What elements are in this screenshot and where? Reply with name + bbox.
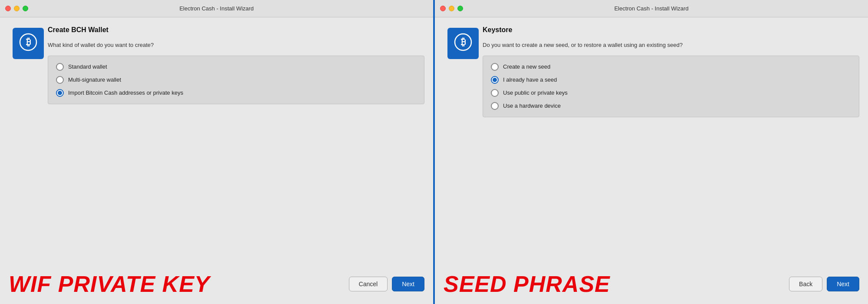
left-window-body: ₿ Create BCH Wallet What kind of wallet …	[0, 17, 433, 268]
left-content-description: What kind of wallet do you want to creat…	[48, 41, 424, 50]
left-traffic-lights	[5, 6, 28, 11]
right-bottom-bar: SEED PHRASE Back Next	[435, 268, 868, 304]
left-bitcoin-symbol: ₿	[19, 33, 37, 54]
left-option-standard[interactable]: Standard wallet	[56, 63, 416, 71]
right-titlebar: Electron Cash - Install Wizard	[435, 0, 868, 17]
left-options-box: Standard wallet Multi-signature wallet I…	[48, 56, 424, 104]
right-options-box: Create a new seed I already have a seed …	[483, 56, 859, 117]
right-option-new-seed[interactable]: Create a new seed	[491, 63, 851, 71]
right-option-hardware-label: Use a hardware device	[503, 102, 561, 109]
left-close-button[interactable]	[5, 6, 11, 11]
right-option-hardware[interactable]: Use a hardware device	[491, 102, 851, 110]
svg-text:₿: ₿	[461, 36, 466, 47]
right-radio-pub-priv[interactable]	[491, 89, 499, 97]
right-close-button[interactable]	[440, 6, 446, 11]
left-maximize-button[interactable]	[23, 6, 28, 11]
left-radio-import[interactable]	[56, 89, 64, 97]
right-bitcoin-symbol: ₿	[454, 33, 472, 54]
right-radio-hardware[interactable]	[491, 102, 499, 110]
left-logo-icon: ₿	[13, 28, 44, 59]
left-logo-area: ₿	[9, 26, 48, 259]
left-content-title: Create BCH Wallet	[48, 26, 424, 34]
right-window-body: ₿ Keystore Do you want to create a new s…	[435, 17, 868, 268]
left-option-multisig[interactable]: Multi-signature wallet	[56, 76, 416, 84]
left-radio-multisig[interactable]	[56, 76, 64, 84]
right-back-button[interactable]: Back	[789, 277, 822, 291]
left-radio-standard[interactable]	[56, 63, 64, 71]
left-titlebar-text: Electron Cash - Install Wizard	[179, 5, 253, 12]
right-content-description: Do you want to create a new seed, or to …	[483, 41, 859, 50]
left-bottom-bar: WIF PRIVATE KEY Cancel Next	[0, 268, 433, 304]
right-minimize-button[interactable]	[449, 6, 454, 11]
right-titlebar-text: Electron Cash - Install Wizard	[614, 5, 688, 12]
right-content-area: Keystore Do you want to create a new see…	[483, 26, 859, 259]
right-radio-have-seed[interactable]	[491, 76, 499, 84]
svg-text:₿: ₿	[26, 36, 31, 47]
left-panel: Electron Cash - Install Wizard ₿ Create …	[0, 0, 433, 304]
right-logo-area: ₿	[444, 26, 483, 259]
right-logo-icon: ₿	[447, 28, 479, 59]
left-titlebar: Electron Cash - Install Wizard	[0, 0, 433, 17]
left-option-import[interactable]: Import Bitcoin Cash addresses or private…	[56, 89, 416, 97]
left-option-standard-label: Standard wallet	[68, 63, 107, 70]
left-option-import-label: Import Bitcoin Cash addresses or private…	[68, 89, 183, 96]
left-next-button[interactable]: Next	[392, 277, 424, 291]
right-option-pub-priv-label: Use public or private keys	[503, 89, 568, 96]
left-content-area: Create BCH Wallet What kind of wallet do…	[48, 26, 424, 259]
right-content-title: Keystore	[483, 26, 859, 34]
left-cancel-button[interactable]: Cancel	[349, 277, 388, 291]
right-footer-label: SEED PHRASE	[444, 273, 610, 295]
right-option-pub-priv[interactable]: Use public or private keys	[491, 89, 851, 97]
right-panel: Electron Cash - Install Wizard ₿ Keystor…	[433, 0, 868, 304]
left-button-group: Cancel Next	[349, 277, 424, 291]
right-radio-new-seed[interactable]	[491, 63, 499, 71]
right-next-button[interactable]: Next	[827, 277, 859, 291]
right-option-new-seed-label: Create a new seed	[503, 63, 550, 70]
left-option-multisig-label: Multi-signature wallet	[68, 76, 121, 83]
right-option-have-seed[interactable]: I already have a seed	[491, 76, 851, 84]
right-option-have-seed-label: I already have a seed	[503, 76, 557, 83]
right-maximize-button[interactable]	[457, 6, 463, 11]
right-traffic-lights	[440, 6, 463, 11]
right-button-group: Back Next	[789, 277, 859, 291]
left-minimize-button[interactable]	[14, 6, 20, 11]
left-footer-label: WIF PRIVATE KEY	[9, 273, 210, 295]
